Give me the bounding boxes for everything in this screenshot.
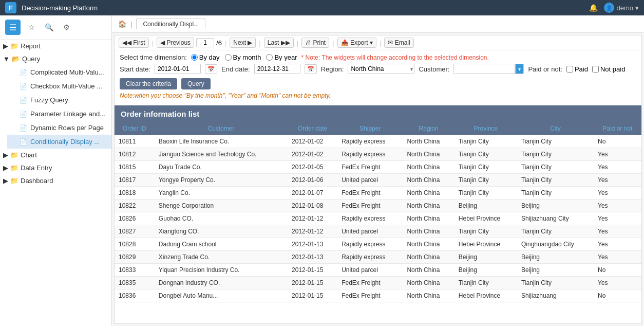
table-cell: No bbox=[594, 264, 641, 277]
table-cell: North China bbox=[403, 225, 454, 238]
next-button[interactable]: Next ▶ bbox=[230, 38, 256, 48]
sidebar-section-chart[interactable]: ▶ 📁 Chart bbox=[0, 149, 111, 161]
table-row: 10826Guohao CO.2012-01-12Rapidly express… bbox=[115, 212, 641, 225]
table-cell: FedEx Freight bbox=[337, 161, 403, 174]
paid-checkbox-text: Paid bbox=[575, 65, 588, 73]
sidebar-section-dataentry[interactable]: ▶ 📁 Data Entry bbox=[0, 161, 111, 174]
export-button[interactable]: 📤 Export ▾ bbox=[337, 38, 376, 48]
table-cell: United parcel bbox=[337, 174, 403, 187]
doc-icon: 📄 bbox=[20, 69, 27, 76]
user-menu[interactable]: 👤 demo ▾ bbox=[604, 3, 639, 13]
radio-by-month[interactable]: By month bbox=[225, 53, 261, 61]
region-select[interactable]: North China bbox=[348, 64, 414, 74]
customer-input[interactable] bbox=[453, 64, 515, 74]
table-cell: Shenge Corporation bbox=[155, 200, 288, 212]
customer-dropdown-button[interactable]: ▾ bbox=[515, 64, 524, 74]
col-header-orderdate: Order date bbox=[288, 122, 337, 135]
home-icon[interactable]: 🏠 bbox=[118, 20, 126, 28]
dimension-note: * Note: The widgets will change accordin… bbox=[301, 54, 489, 61]
start-date-input[interactable] bbox=[155, 64, 201, 74]
end-date-calendar-button[interactable]: 📅 bbox=[305, 64, 317, 74]
table-cell: Yanglin Co. bbox=[155, 187, 288, 200]
pagination-toolbar: ◀◀ First | ◀ Previous /6 | Next ▶ | Last… bbox=[115, 35, 641, 50]
table-row: 10812Jianguo Science and Techology Co.20… bbox=[115, 148, 641, 161]
sidebar-star-button[interactable]: ☆ bbox=[25, 21, 38, 34]
table-cell: Tianjin City bbox=[454, 225, 517, 238]
table-cell: Shijiazhuang City bbox=[517, 212, 594, 225]
sidebar-settings-button[interactable]: ⚙ bbox=[60, 21, 73, 34]
table-cell: 10833 bbox=[115, 264, 155, 277]
page-input[interactable] bbox=[196, 38, 214, 47]
table-row: 10836Dongbei Auto Manu...2012-01-15FedEx… bbox=[115, 289, 641, 302]
first-button[interactable]: ◀◀ First bbox=[119, 38, 149, 48]
start-date-calendar-button[interactable]: 📅 bbox=[205, 64, 217, 74]
avatar: 👤 bbox=[604, 3, 614, 13]
paid-checkbox[interactable] bbox=[566, 66, 573, 73]
table-cell: 10829 bbox=[115, 251, 155, 264]
radio-by-month-input[interactable] bbox=[225, 54, 232, 61]
radio-by-day-input[interactable] bbox=[191, 54, 198, 61]
breadcrumb-tab[interactable]: Conditionally Displ... bbox=[136, 19, 205, 29]
sidebar-item-dynamic-rows[interactable]: 📄 Dynamic Rows per Page bbox=[7, 121, 111, 135]
table-cell: Rapidly express bbox=[337, 212, 403, 225]
sidebar-section-report[interactable]: ▶ 📁 Report bbox=[0, 40, 111, 52]
paid-checkbox-label[interactable]: Paid bbox=[566, 65, 588, 73]
table-row: 10833Yiquan Precision Industry Co.2012-0… bbox=[115, 264, 641, 277]
table-row: 10818Yanglin Co.2012-01-07FedEx FreightN… bbox=[115, 187, 641, 200]
breadcrumb-separator: | bbox=[130, 20, 132, 28]
radio-by-year[interactable]: By year bbox=[266, 53, 297, 61]
table-cell: North China bbox=[403, 200, 454, 212]
warn-note: Note:when you choose "By the month", "Ye… bbox=[120, 92, 331, 99]
not-paid-checkbox-label[interactable]: Not paid bbox=[592, 65, 625, 73]
table-cell: Dongbei Auto Manu... bbox=[155, 289, 288, 302]
table-cell: 10822 bbox=[115, 200, 155, 212]
radio-by-day[interactable]: By day bbox=[191, 53, 220, 61]
print-button[interactable]: 🖨 Print bbox=[301, 38, 329, 48]
sidebar-item-parameter[interactable]: 📄 Parameter Linkage and... bbox=[7, 107, 111, 121]
table-cell: 2012-01-12 bbox=[288, 212, 337, 225]
table-cell: Yes bbox=[594, 200, 641, 212]
sidebar-item-dynamic-label: Dynamic Rows per Page bbox=[30, 124, 104, 132]
sidebar-item-complicated[interactable]: 📄 Complicated Multi-Valu... bbox=[7, 65, 111, 79]
table-cell: 10828 bbox=[115, 238, 155, 251]
expand-icon: ▼ bbox=[3, 55, 10, 63]
sidebar-menu-button[interactable]: ☰ bbox=[5, 20, 21, 35]
sidebar-section-dashboard[interactable]: ▶ 📁 Dashboard bbox=[0, 174, 111, 187]
sidebar-item-conditionally[interactable]: 📄 Conditionally Display ... bbox=[7, 135, 111, 149]
table-cell: North China bbox=[403, 264, 454, 277]
end-date-input[interactable] bbox=[254, 64, 300, 74]
sidebar-item-fuzzy[interactable]: 📄 Fuzzy Query bbox=[7, 93, 111, 107]
table-cell: Jianguo Science and Techology Co. bbox=[155, 148, 288, 161]
doc-icon: 📄 bbox=[20, 111, 27, 118]
bell-icon[interactable]: 🔔 bbox=[589, 4, 598, 12]
table-cell: Tianjin City bbox=[517, 225, 594, 238]
table-cell: 2012-01-05 bbox=[288, 161, 337, 174]
table-cell: Tianjin City bbox=[517, 187, 594, 200]
sidebar-search-button[interactable]: 🔍 bbox=[42, 21, 55, 34]
table-cell: Guohao CO. bbox=[155, 212, 288, 225]
folder-icon: 📁 bbox=[10, 42, 18, 50]
sidebar-section-query[interactable]: ▼ 📂 Query bbox=[0, 52, 111, 65]
last-button[interactable]: Last ▶▶ bbox=[264, 38, 294, 48]
table-cell: 10836 bbox=[115, 289, 155, 302]
table-row: 10817Yongye Property Co.2012-01-06United… bbox=[115, 174, 641, 187]
clear-criteria-button[interactable]: Clear the criteria bbox=[120, 78, 177, 89]
table-cell: Dadong Cram school bbox=[155, 238, 288, 251]
region-select-wrap: North China ▾ bbox=[348, 64, 414, 74]
not-paid-checkbox[interactable] bbox=[592, 66, 599, 73]
collapse-icon: ▶ bbox=[3, 151, 8, 159]
table-cell: North China bbox=[403, 187, 454, 200]
filter-warn-row: Note:when you choose "By the month", "Ye… bbox=[120, 92, 636, 99]
topbar-right: 🔔 👤 demo ▾ bbox=[589, 3, 639, 13]
filter-area: Select time dimension: By day By month bbox=[115, 50, 641, 105]
sidebar-item-checkbox[interactable]: 📄 Checkbox Multi-Value ... bbox=[7, 79, 111, 93]
radio-by-year-input[interactable] bbox=[266, 54, 273, 61]
table-body: 10811Baoxin Life Insurance Co.2012-01-02… bbox=[115, 135, 641, 302]
sidebar-item-parameter-label: Parameter Linkage and... bbox=[30, 110, 105, 118]
table-cell: Tianjin City bbox=[454, 174, 517, 187]
email-button[interactable]: ✉ Email bbox=[384, 38, 413, 48]
table-cell: FedEx Freight bbox=[337, 289, 403, 302]
previous-button[interactable]: ◀ Previous bbox=[157, 38, 194, 48]
query-button[interactable]: Query bbox=[181, 78, 211, 89]
table-cell: 10827 bbox=[115, 225, 155, 238]
